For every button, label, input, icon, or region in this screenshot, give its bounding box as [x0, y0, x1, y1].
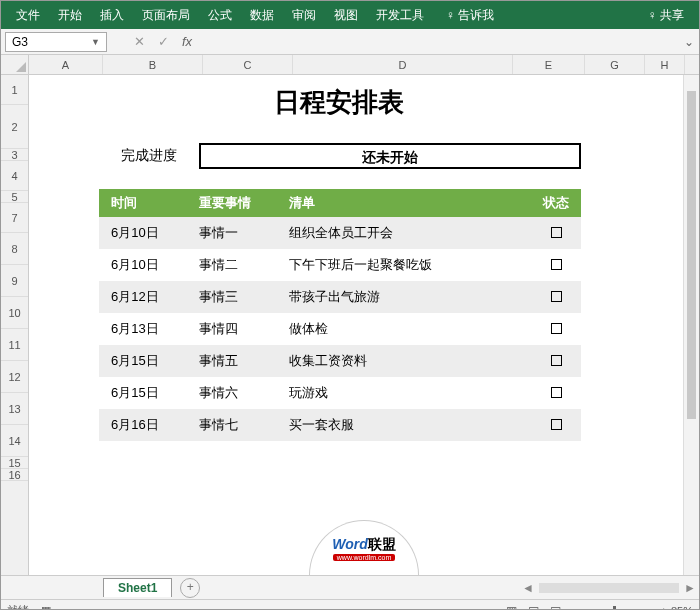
ribbon-tab[interactable]: 文件: [7, 7, 49, 24]
ribbon-tab[interactable]: 开始: [49, 7, 91, 24]
row-header[interactable]: 12: [1, 361, 28, 393]
table-row[interactable]: 6月16日事情七买一套衣服: [99, 409, 581, 441]
col-header[interactable]: H: [645, 55, 685, 74]
name-box[interactable]: G3 ▼: [5, 32, 107, 52]
table-row[interactable]: 6月15日事情六玩游戏: [99, 377, 581, 409]
row-header[interactable]: 16: [1, 469, 28, 481]
name-box-value: G3: [12, 35, 28, 49]
zoom-out-button[interactable]: −: [566, 605, 572, 611]
table-row[interactable]: 6月12日事情三带孩子出气旅游: [99, 281, 581, 313]
cell-status[interactable]: [531, 258, 581, 273]
table-row[interactable]: 6月10日事情一组织全体员工开会: [99, 217, 581, 249]
worksheet[interactable]: 日程安排表 完成进度 还未开始 时间 重要事情 清单 状态 6月10日事情一组织…: [29, 75, 699, 575]
row-header[interactable]: 8: [1, 233, 28, 265]
table-row[interactable]: 6月13日事情四做体检: [99, 313, 581, 345]
cancel-icon[interactable]: ✕: [127, 34, 151, 49]
cell-detail: 玩游戏: [289, 384, 531, 402]
cell-item: 事情三: [199, 288, 289, 306]
cell-date: 6月16日: [99, 416, 199, 434]
scroll-left-icon[interactable]: ◄: [519, 581, 537, 595]
row-header[interactable]: 9: [1, 265, 28, 297]
row-header[interactable]: 5: [1, 191, 28, 203]
add-sheet-button[interactable]: +: [180, 578, 200, 598]
progress-value: 还未开始: [199, 143, 581, 169]
table-row[interactable]: 6月10日事情二下午下班后一起聚餐吃饭: [99, 249, 581, 281]
checkbox-icon[interactable]: [551, 387, 562, 398]
col-header[interactable]: B: [103, 55, 203, 74]
row-header[interactable]: 4: [1, 161, 28, 191]
cell-item: 事情五: [199, 352, 289, 370]
ribbon-tabs: 文件开始插入页面布局公式数据审阅视图开发工具♀ 告诉我♀ 共享: [1, 1, 699, 29]
status-ready: 就绪: [7, 603, 29, 610]
ribbon-tab[interactable]: 审阅: [283, 7, 325, 24]
accept-icon[interactable]: ✓: [151, 34, 175, 49]
checkbox-icon[interactable]: [551, 259, 562, 270]
cell-item: 事情二: [199, 256, 289, 274]
ribbon-tab[interactable]: 公式: [199, 7, 241, 24]
cell-status[interactable]: [531, 226, 581, 241]
row-header[interactable]: 11: [1, 329, 28, 361]
cell-status[interactable]: [531, 290, 581, 305]
share-button[interactable]: ♀ 共享: [639, 7, 693, 24]
cell-status[interactable]: [531, 354, 581, 369]
wm-brand2: 联盟: [368, 536, 396, 552]
checkbox-icon[interactable]: [551, 227, 562, 238]
cell-status[interactable]: [531, 322, 581, 337]
view-pagebreak-icon[interactable]: ▤: [544, 604, 566, 611]
row-header[interactable]: 3: [1, 149, 28, 161]
lightbulb-icon[interactable]: ♀ 告诉我: [437, 7, 503, 24]
col-header[interactable]: E: [513, 55, 585, 74]
cell-detail: 带孩子出气旅游: [289, 288, 531, 306]
row-header[interactable]: 13: [1, 393, 28, 425]
col-header[interactable]: C: [203, 55, 293, 74]
cell-detail: 做体检: [289, 320, 531, 338]
table-header: 时间 重要事情 清单 状态: [99, 189, 581, 217]
row-header[interactable]: 7: [1, 203, 28, 233]
ribbon-tab[interactable]: 开发工具: [367, 7, 433, 24]
horizontal-scrollbar[interactable]: [539, 583, 679, 593]
zoom-level[interactable]: 85%: [671, 605, 693, 611]
checkbox-icon[interactable]: [551, 291, 562, 302]
ribbon-tab[interactable]: 页面布局: [133, 7, 199, 24]
expand-formula-icon[interactable]: ⌄: [679, 35, 699, 49]
col-header[interactable]: A: [29, 55, 103, 74]
checkbox-icon[interactable]: [551, 419, 562, 430]
col-detail: 清单: [289, 194, 531, 212]
vertical-scrollbar[interactable]: [683, 75, 699, 575]
row-header[interactable]: 15: [1, 457, 28, 469]
scroll-right-icon[interactable]: ►: [681, 581, 699, 595]
select-all-corner[interactable]: [1, 55, 28, 75]
cell-item: 事情四: [199, 320, 289, 338]
checkbox-icon[interactable]: [551, 323, 562, 334]
status-bar: 就绪 ▦ ▦ ▣ ▤ − + 85%: [1, 599, 699, 610]
fx-icon[interactable]: fx: [175, 34, 199, 49]
col-header[interactable]: D: [293, 55, 513, 74]
view-normal-icon[interactable]: ▦: [500, 604, 522, 611]
row-header[interactable]: 14: [1, 425, 28, 457]
col-header[interactable]: G: [585, 55, 645, 74]
sheet-tab[interactable]: Sheet1: [103, 578, 172, 597]
cell-date: 6月10日: [99, 224, 199, 242]
cell-status[interactable]: [531, 386, 581, 401]
cell-date: 6月12日: [99, 288, 199, 306]
cell-status[interactable]: [531, 418, 581, 433]
formula-bar: G3 ▼ ✕ ✓ fx ⌄: [1, 29, 699, 55]
col-time: 时间: [99, 194, 199, 212]
row-header[interactable]: 1: [1, 75, 28, 105]
chevron-down-icon[interactable]: ▼: [91, 37, 100, 47]
row-headers: 1234578910111213141516: [1, 55, 29, 575]
ribbon-tab[interactable]: 数据: [241, 7, 283, 24]
checkbox-icon[interactable]: [551, 355, 562, 366]
ribbon-tab[interactable]: 视图: [325, 7, 367, 24]
cell-detail: 组织全体员工开会: [289, 224, 531, 242]
view-layout-icon[interactable]: ▣: [522, 604, 544, 611]
row-header[interactable]: 10: [1, 297, 28, 329]
row-header[interactable]: 2: [1, 105, 28, 149]
ribbon-tab[interactable]: 插入: [91, 7, 133, 24]
zoom-in-button[interactable]: +: [661, 605, 667, 611]
macro-icon[interactable]: ▦: [41, 604, 51, 610]
table-row[interactable]: 6月15日事情五收集工资资料: [99, 345, 581, 377]
wm-url: www.wordlm.com: [333, 554, 395, 561]
cell-item: 事情六: [199, 384, 289, 402]
cell-date: 6月13日: [99, 320, 199, 338]
